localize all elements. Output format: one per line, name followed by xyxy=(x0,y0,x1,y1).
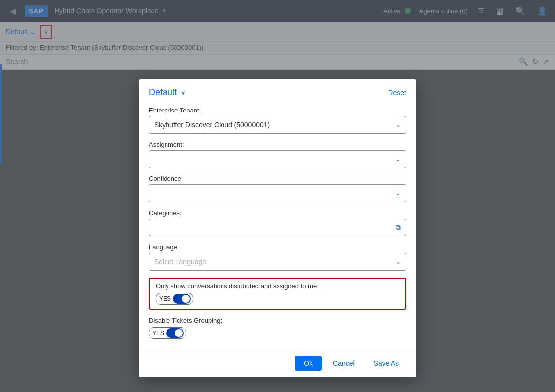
enterprise-tenant-dropdown[interactable]: Skybuffer Discover Cloud (50000001) ⌄ xyxy=(149,116,406,134)
only-show-toggle[interactable]: YES xyxy=(156,293,193,305)
confidence-group: Confidence: ⌄ xyxy=(149,175,406,202)
only-show-conversations-box: Only show conversations distributed and … xyxy=(149,278,406,310)
disable-tickets-label: Disable Tickets Grouping: xyxy=(149,317,406,324)
only-show-conversations-label: Only show conversations distributed and … xyxy=(156,282,399,290)
modal-footer: Ok Cancel Save As xyxy=(139,349,416,377)
assignment-dropdown[interactable]: ⌄ xyxy=(149,150,406,168)
categories-label: Categories: xyxy=(149,209,406,217)
confidence-dropdown[interactable]: ⌄ xyxy=(149,184,406,202)
enterprise-tenant-value: Skybuffer Discover Cloud (50000001) xyxy=(154,121,270,129)
assignment-label: Assignment: xyxy=(149,141,406,148)
modal-header: Default ∨ Reset xyxy=(139,79,416,103)
only-show-yes-label: YES xyxy=(156,293,193,305)
categories-group: Categories: ⧉ xyxy=(149,209,406,236)
confidence-label: Confidence: xyxy=(149,175,406,182)
only-show-toggle-circle xyxy=(182,295,190,303)
disable-tickets-toggle-row: YES xyxy=(149,327,406,339)
categories-input[interactable]: ⧉ xyxy=(149,219,406,236)
modal-body: Enterprise Tenant: Skybuffer Discover Cl… xyxy=(139,103,416,339)
enterprise-tenant-arrow-icon: ⌄ xyxy=(396,121,401,128)
language-group: Language: Select Language ⌄ xyxy=(149,243,406,271)
modal-title-arrow-icon: ∨ xyxy=(181,89,186,96)
ok-button[interactable]: Ok xyxy=(295,356,322,371)
disable-tickets-toggle-circle xyxy=(175,329,183,337)
filter-modal: Default ∨ Reset Enterprise Tenant: Skybu… xyxy=(139,79,416,377)
enterprise-tenant-label: Enterprise Tenant: xyxy=(149,107,406,114)
assignment-arrow-icon: ⌄ xyxy=(396,156,401,163)
reset-link[interactable]: Reset xyxy=(388,89,406,97)
enterprise-tenant-group: Enterprise Tenant: Skybuffer Discover Cl… xyxy=(149,107,406,134)
categories-copy-icon[interactable]: ⧉ xyxy=(396,224,401,232)
disable-tickets-toggle[interactable]: YES xyxy=(149,327,186,339)
save-as-button[interactable]: Save As xyxy=(366,355,406,371)
disable-tickets-group: Disable Tickets Grouping: YES xyxy=(149,317,406,339)
disable-tickets-toggle-pill[interactable] xyxy=(166,328,184,338)
only-show-toggle-row: YES xyxy=(156,293,399,305)
disable-tickets-yes-label: YES xyxy=(149,327,186,339)
language-dropdown[interactable]: Select Language ⌄ xyxy=(149,253,406,271)
language-arrow-icon: ⌄ xyxy=(396,258,401,265)
confidence-arrow-icon: ⌄ xyxy=(396,190,401,197)
modal-title-dropdown[interactable]: Default ∨ xyxy=(149,87,186,98)
language-label: Language: xyxy=(149,243,406,251)
language-placeholder-value: Select Language xyxy=(154,258,206,266)
cancel-button[interactable]: Cancel xyxy=(326,355,362,371)
assignment-group: Assignment: ⌄ xyxy=(149,141,406,168)
only-show-toggle-pill[interactable] xyxy=(173,294,191,304)
